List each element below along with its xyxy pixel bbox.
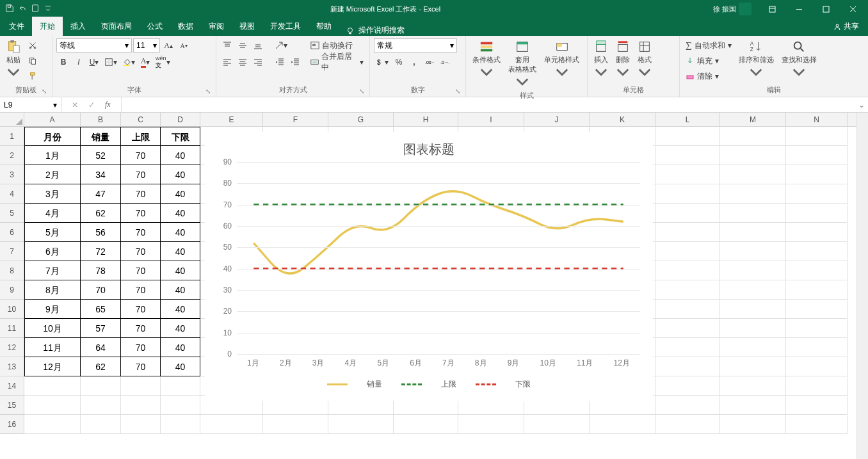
row-header-5[interactable]: 5 [0,204,24,223]
col-header-J[interactable]: J [524,113,590,126]
cell[interactable]: 3月 [24,184,81,204]
minimize-button[interactable] [786,0,812,18]
cell[interactable]: 65 [81,300,121,319]
font-name-combo[interactable]: 等线▾ [56,38,132,52]
enter-icon[interactable]: ✓ [88,101,95,109]
indent-decrease-button[interactable] [273,55,287,69]
chart-plot-area[interactable]: 0102030405060708090 [237,162,640,354]
cell[interactable] [786,319,848,338]
italic-button[interactable]: I [72,55,86,69]
cell[interactable] [200,415,263,434]
vertical-scrollbar[interactable] [856,113,868,459]
cell[interactable]: 40 [161,204,200,223]
cell[interactable] [786,127,848,146]
fill-color-button[interactable]: ▾ [120,55,137,69]
cell[interactable]: 70 [121,165,161,184]
decrease-decimal-button[interactable]: .0→.00 [438,55,452,69]
cell[interactable]: 78 [81,261,121,280]
clear-button[interactable]: 清除 ▾ [684,69,734,83]
dialog-launcher-icon[interactable]: ⤡ [42,88,49,95]
cell[interactable]: 40 [161,319,200,338]
user-account[interactable]: 徐 振国 [713,3,751,15]
tab-insert[interactable]: 插入 [63,17,93,36]
phonetic-button[interactable]: wén文 ▾ [154,55,172,69]
cell[interactable]: 72 [81,242,121,261]
col-header-F[interactable]: F [263,113,328,126]
share-button[interactable]: 共享 [824,17,868,36]
row-header-12[interactable]: 12 [0,338,24,357]
cell[interactable]: 70 [121,223,161,242]
row-header-10[interactable]: 10 [0,300,24,319]
undo-icon[interactable] [18,4,27,14]
col-header-E[interactable]: E [200,113,263,126]
conditional-format-button[interactable]: 条件格式 [470,38,503,81]
cell[interactable] [720,376,786,396]
align-center-button[interactable] [236,55,250,69]
cell[interactable]: 40 [161,146,200,165]
cell[interactable]: 70 [121,242,161,261]
cell[interactable]: 47 [81,184,121,204]
cell[interactable] [720,300,786,319]
accounting-button[interactable]: $ ▾ [374,55,390,69]
cell[interactable]: 34 [81,165,121,184]
cell[interactable] [328,415,394,434]
cell[interactable]: 7月 [24,261,81,280]
cell[interactable]: 40 [161,184,200,204]
cell[interactable] [786,300,848,319]
cell[interactable] [655,300,720,319]
touch-mode-icon[interactable] [31,4,40,14]
cell[interactable] [655,165,720,184]
name-box[interactable]: L9▾ [0,97,61,112]
increase-font-button[interactable]: A▴ [161,38,175,52]
cell[interactable] [655,242,720,261]
row-header-15[interactable]: 15 [0,396,24,415]
cell[interactable]: 64 [81,338,121,357]
qat-dropdown-icon[interactable] [44,4,52,14]
row-header-14[interactable]: 14 [0,376,24,396]
underline-button[interactable]: U ▾ [87,55,101,69]
cell[interactable] [24,396,81,415]
paste-button[interactable]: 粘贴 [4,38,23,81]
cell[interactable]: 70 [121,338,161,357]
copy-button[interactable] [26,54,40,68]
spreadsheet-grid[interactable]: ABCDEFGHIJKLMN 12345678910111213141516 月… [0,113,868,459]
tab-file[interactable]: 文件 [1,17,32,36]
select-all-corner[interactable] [0,113,24,127]
col-header-I[interactable]: I [458,113,524,126]
cell[interactable]: 11月 [24,338,81,357]
wrap-text-button[interactable]: ab自动换行 [309,38,366,52]
cell[interactable]: 下限 [161,127,200,146]
cell[interactable] [524,415,590,434]
cell[interactable] [786,146,848,165]
cell[interactable]: 上限 [121,127,161,146]
cell[interactable]: 40 [161,261,200,280]
cell[interactable] [720,319,786,338]
cell[interactable]: 5月 [24,223,81,242]
delete-cells-button[interactable]: 删除 [613,38,632,81]
cancel-icon[interactable]: ✕ [72,101,78,109]
cell[interactable] [81,376,121,396]
cell[interactable]: 40 [161,223,200,242]
col-header-M[interactable]: M [720,113,786,126]
cell[interactable]: 月份 [24,127,81,146]
dialog-launcher-icon[interactable]: ⤡ [205,88,213,95]
cell[interactable] [655,184,720,204]
cell[interactable] [161,396,200,415]
cell[interactable] [655,415,720,434]
cell[interactable] [24,415,81,434]
cell[interactable] [786,242,848,261]
comma-button[interactable]: , [407,55,421,69]
cell[interactable]: 40 [161,357,200,376]
cell[interactable]: 10月 [24,319,81,338]
col-header-L[interactable]: L [655,113,720,126]
tab-page-layout[interactable]: 页面布局 [93,17,140,36]
row-header-9[interactable]: 9 [0,280,24,300]
cut-button[interactable] [26,38,40,52]
font-size-combo[interactable]: 11▾ [133,38,160,52]
borders-button[interactable]: ▾ [102,55,119,69]
row-header-1[interactable]: 1 [0,127,24,146]
row-headers[interactable]: 12345678910111213141516 [0,127,24,434]
cell[interactable]: 40 [161,165,200,184]
save-icon[interactable] [5,4,14,14]
cell[interactable] [655,223,720,242]
